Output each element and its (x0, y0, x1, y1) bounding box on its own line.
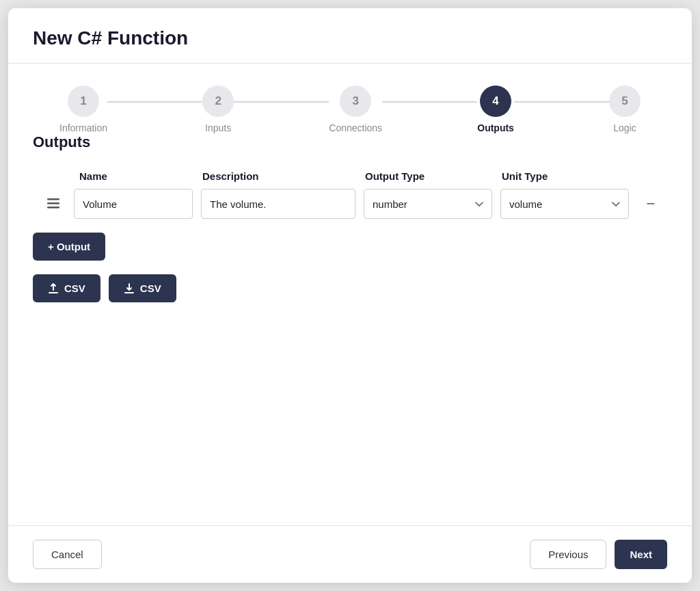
step-label-3: Connections (329, 122, 382, 133)
step-circle-3: 3 (340, 86, 371, 117)
step-logic: 5 Logic (609, 86, 641, 133)
unit-type-cell: volume none temperature pressure flow (496, 189, 633, 219)
upload-icon (48, 283, 59, 294)
svg-rect-4 (124, 292, 134, 293)
modal: New C# Function 1 Information 2 Inputs (8, 8, 692, 583)
modal-body: 1 Information 2 Inputs 3 Connections (8, 64, 692, 525)
step-line-2-3 (234, 101, 329, 103)
description-input[interactable] (201, 189, 355, 219)
stepper: 1 Information 2 Inputs 3 Connections (59, 86, 641, 133)
cancel-button[interactable]: Cancel (33, 540, 102, 569)
download-icon (124, 283, 135, 294)
svg-rect-0 (47, 198, 59, 200)
next-button[interactable]: Next (615, 540, 667, 569)
step-label-2: Inputs (205, 122, 231, 133)
step-label-5: Logic (613, 122, 636, 133)
col-header-unit-type: Unit Type (496, 168, 633, 185)
step-circle-4: 4 (480, 86, 511, 117)
step-inputs: 2 Inputs (202, 86, 234, 133)
col-header-drag (33, 168, 74, 185)
col-header-output-type: Output Type (360, 168, 496, 185)
previous-button[interactable]: Previous (530, 540, 606, 569)
section-heading: Outputs (33, 133, 667, 151)
step-line-1-2 (107, 101, 202, 103)
step-label-4: Outputs (477, 122, 514, 133)
step-circle-5: 5 (609, 86, 641, 117)
description-cell (197, 189, 360, 219)
page-title: New C# Function (33, 27, 667, 49)
step-outputs: 4 Outputs (477, 86, 514, 133)
name-cell (74, 189, 197, 219)
step-line-3-4 (382, 101, 477, 103)
svg-rect-2 (47, 207, 59, 209)
col-header-description: Description (197, 168, 360, 185)
name-input[interactable] (74, 189, 193, 219)
svg-rect-1 (47, 202, 59, 205)
output-type-cell: number string boolean integer (360, 189, 496, 219)
footer-right: Previous Next (530, 540, 667, 569)
step-label-1: Information (59, 122, 107, 133)
remove-cell: − (633, 189, 667, 219)
unit-type-select[interactable]: volume none temperature pressure flow (500, 189, 629, 219)
table-headers: Name Description Output Type Unit Type (33, 168, 667, 185)
modal-footer: Cancel Previous Next (8, 525, 692, 583)
download-csv-button[interactable]: CSV (109, 274, 176, 302)
step-circle-1: 1 (68, 86, 99, 117)
csv-actions: CSV CSV (33, 274, 667, 302)
col-header-name: Name (74, 168, 197, 185)
drag-handle-icon[interactable] (33, 198, 74, 209)
output-type-select[interactable]: number string boolean integer (364, 189, 492, 219)
table-row: number string boolean integer volume non… (33, 189, 667, 219)
col-header-remove (633, 168, 667, 185)
step-connections: 3 Connections (329, 86, 382, 133)
add-output-button[interactable]: + Output (33, 233, 105, 261)
upload-csv-button[interactable]: CSV (33, 274, 100, 302)
modal-header: New C# Function (8, 8, 692, 64)
svg-rect-3 (49, 292, 58, 293)
step-line-4-5 (514, 101, 609, 103)
step-circle-2: 2 (202, 86, 234, 117)
add-output-row: + Output (33, 233, 667, 261)
step-information: 1 Information (59, 86, 107, 133)
remove-row-button[interactable]: − (637, 189, 664, 219)
